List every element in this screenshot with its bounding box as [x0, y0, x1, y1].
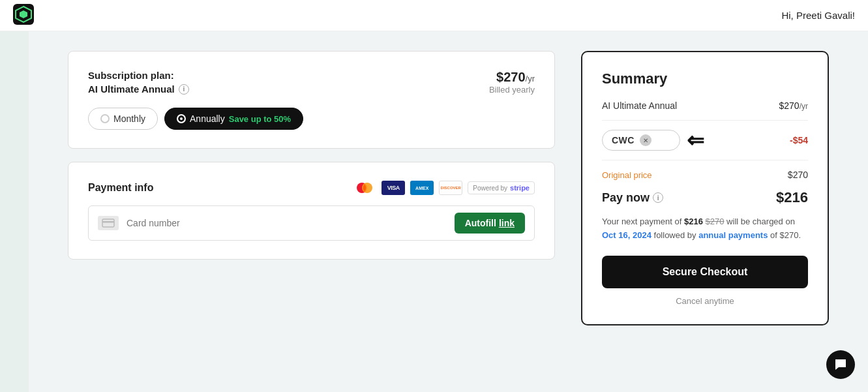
left-column: Subscription plan: AI Ultimate Annual i …	[68, 51, 555, 260]
card-number-input[interactable]	[127, 218, 447, 228]
cancel-text[interactable]: Cancel anytime	[602, 296, 808, 306]
mastercard-logo	[353, 181, 376, 195]
next-payment-text-2: will be charged on	[726, 217, 795, 226]
logo	[13, 4, 34, 27]
stripe-badge: Powered by stripe	[468, 181, 535, 194]
subscription-card: Subscription plan: AI Ultimate Annual i …	[68, 51, 555, 149]
subscription-price: $270/yr Billed yearly	[489, 70, 535, 95]
arrow-icon: ⇐	[687, 130, 704, 151]
card-logos: VISA AMEX DISCOVER Powered by stripe	[353, 181, 535, 195]
user-greeting: Hi, Preeti Gavali!	[781, 10, 855, 21]
subscription-info: Subscription plan: AI Ultimate Annual i	[88, 70, 189, 95]
next-payment-strikethrough: $270	[706, 217, 725, 226]
subscription-price-value: $270	[496, 70, 526, 84]
coupon-remove-button[interactable]: ✕	[640, 134, 651, 146]
summary-title: Summary	[602, 70, 808, 87]
original-price-row: Original price $270	[602, 170, 808, 180]
pay-now-value: $216	[776, 189, 808, 206]
save-label: Save up to 50%	[229, 114, 291, 124]
plan-name: AI Ultimate Annual	[88, 83, 175, 95]
billed-yearly: Billed yearly	[489, 85, 535, 95]
top-bar: Hi, Preeti Gavali!	[0, 0, 868, 31]
next-payment-text-1: Your next payment of	[602, 217, 681, 226]
monthly-radio	[100, 114, 110, 123]
payment-card: Payment info VISA AMEX D	[68, 162, 555, 260]
amex-logo: AMEX	[410, 181, 434, 195]
pay-now-row: Pay now i $216	[602, 189, 808, 206]
original-price-label: Original price	[602, 170, 652, 180]
subscription-label: Subscription plan:	[88, 70, 189, 81]
payment-title: Payment info	[88, 182, 153, 194]
discount-value: -$54	[790, 135, 808, 145]
pay-now-info-icon[interactable]: i	[653, 192, 663, 203]
summary-plan-label: AI Ultimate Annual	[602, 100, 677, 111]
summary-card: Summary AI Ultimate Annual $270/yr CWC ✕…	[581, 51, 829, 325]
subscription-per-yr: /yr	[526, 74, 535, 83]
coupon-code: CWC	[612, 135, 635, 145]
sidebar-strip	[0, 31, 29, 392]
next-payment-amount: $216	[684, 217, 703, 226]
autofill-button[interactable]: Autofill link	[455, 213, 525, 234]
coupon-row: CWC ✕ ⇐ -$54	[602, 130, 808, 151]
coupon-input: CWC ✕	[602, 130, 680, 151]
stripe-brand: stripe	[510, 184, 530, 192]
monthly-toggle[interactable]: Monthly	[88, 108, 158, 130]
pay-now-label: Pay now	[602, 191, 650, 205]
next-payment-text: Your next payment of $216 $270 will be c…	[602, 215, 808, 243]
card-icon	[98, 216, 119, 230]
svg-rect-6	[102, 221, 114, 223]
next-payment-text-4: of $270.	[770, 230, 801, 240]
card-input-row: Autofill link	[88, 205, 535, 241]
autofill-label: Autofill	[465, 218, 496, 228]
stripe-powered-label: Powered by	[473, 185, 507, 192]
divider-2	[602, 160, 808, 160]
checkout-label: Secure Checkout	[663, 266, 748, 277]
plan-info-icon[interactable]: i	[179, 84, 189, 95]
summary-plan-row: AI Ultimate Annual $270/yr	[602, 100, 808, 111]
autofill-link: link	[499, 218, 515, 228]
divider-1	[602, 120, 808, 121]
next-payment-text-3: followed by	[654, 230, 696, 240]
chat-bubble-button[interactable]	[826, 350, 855, 379]
monthly-label: Monthly	[113, 113, 145, 124]
annually-label: Annually	[190, 113, 225, 124]
annually-toggle[interactable]: Annually Save up to 50%	[164, 108, 303, 130]
visa-logo: VISA	[382, 181, 405, 195]
svg-rect-5	[102, 219, 114, 227]
annually-radio	[177, 114, 186, 123]
checkout-button[interactable]: Secure Checkout	[602, 256, 808, 288]
next-payment-date: Oct 16, 2024	[602, 230, 651, 240]
billing-toggle: Monthly Annually Save up to 50%	[88, 108, 535, 130]
discover-logo: DISCOVER	[439, 181, 462, 195]
original-price-value: $270	[788, 170, 808, 180]
payment-header: Payment info VISA AMEX D	[88, 181, 535, 195]
summary-plan-price: $270/yr	[779, 100, 809, 111]
next-payment-annual: annual payments	[698, 230, 768, 240]
